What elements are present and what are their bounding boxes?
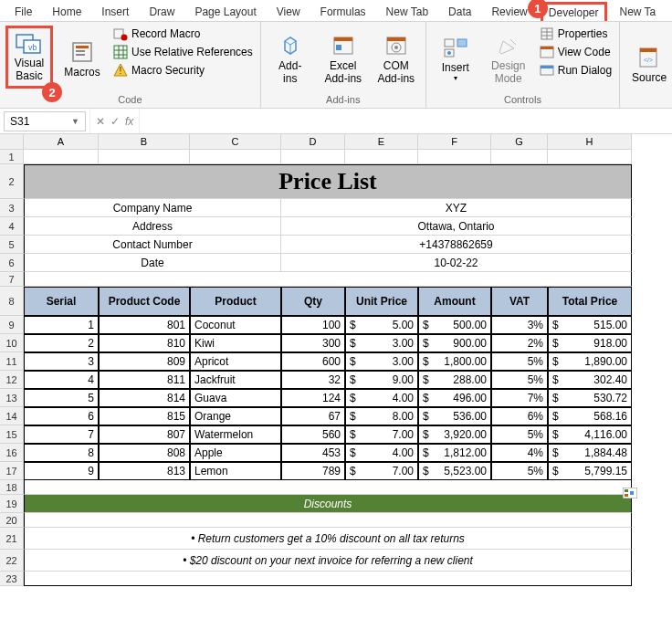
cell-code[interactable]: 801 [99,316,190,334]
row-header-9[interactable]: 9 [0,316,24,334]
cell-amount[interactable]: $496.00 [418,389,491,407]
tab-insert[interactable]: Insert [94,2,136,21]
cell-qty[interactable]: 124 [281,389,345,407]
cell-product[interactable]: Kiwi [190,334,281,352]
info-value[interactable]: XYZ [281,199,632,217]
cell-code[interactable]: 815 [99,407,190,425]
accept-formula-icon[interactable]: ✓ [110,115,120,128]
row-header-21[interactable]: 21 [0,528,24,550]
cell-product[interactable]: Watermelon [190,425,281,444]
tab-page-layout[interactable]: Page Layout [187,2,263,21]
row-header-1[interactable]: 1 [0,150,24,164]
col-header-e[interactable]: E [345,134,418,150]
cell-amount[interactable]: $1,812.00 [418,444,491,462]
cells-area[interactable]: Price ListCompany NameXYZAddressOttawa, … [24,150,632,586]
col-header-c[interactable]: C [190,134,281,150]
tab-new-ta[interactable]: New Ta [613,2,664,21]
cell-serial[interactable]: 6 [24,407,99,425]
fx-icon[interactable]: fx [125,115,133,128]
cell-total[interactable]: $918.00 [548,334,632,352]
cell-vat[interactable]: 2% [491,334,548,352]
macros-button[interactable]: Macros [58,26,106,93]
row-header-7[interactable]: 7 [0,272,24,287]
discount-item[interactable]: • Return customers get a 10% discount on… [24,528,632,550]
cell-amount[interactable]: $1,800.00 [418,352,491,371]
table-header[interactable]: Product Code [99,287,190,316]
smart-tag-icon[interactable] [623,488,637,498]
cell-vat[interactable]: 4% [491,444,548,462]
record-macro-button[interactable]: Record Macro [111,26,255,42]
com-addins-button[interactable]: COM Add-ins [373,26,420,93]
cell-amount[interactable]: $536.00 [418,407,491,425]
col-header-g[interactable]: G [491,134,548,150]
cell-serial[interactable]: 5 [24,389,99,407]
cell-unit[interactable]: $3.00 [345,352,418,371]
table-header[interactable]: Unit Price [345,287,418,316]
cell-unit[interactable]: $7.00 [345,425,418,444]
properties-button[interactable]: Properties [538,26,614,42]
table-header[interactable]: Qty [281,287,345,316]
macro-security-button[interactable]: ! Macro Security [111,62,255,79]
info-label[interactable]: Contact Number [24,236,281,254]
cell[interactable] [24,150,99,164]
cell-product[interactable]: Coconut [190,316,281,334]
cell-code[interactable]: 811 [99,371,190,389]
cell-unit[interactable]: $9.00 [345,371,418,389]
excel-addins-button[interactable]: Excel Add-ins [320,26,367,93]
cell-code[interactable]: 814 [99,389,190,407]
row-header-6[interactable]: 6 [0,254,24,272]
cell-serial[interactable]: 2 [24,334,99,352]
cell-product[interactable]: Apricot [190,352,281,371]
cell-vat[interactable]: 7% [491,389,548,407]
cell-qty[interactable]: 300 [281,334,345,352]
info-value[interactable]: 10-02-22 [281,254,632,272]
visual-basic-button[interactable]: vb Visual Basic [5,26,53,89]
cell-product[interactable]: Guava [190,389,281,407]
cell-qty[interactable]: 560 [281,425,345,444]
cell-total[interactable]: $530.72 [548,389,632,407]
name-box[interactable]: S31▼ [4,111,86,131]
cell[interactable] [99,150,190,164]
cell-total[interactable]: $302.40 [548,371,632,389]
cell-unit[interactable]: $4.00 [345,444,418,462]
col-header-a[interactable]: A [24,134,99,150]
table-header[interactable]: Serial [24,287,99,316]
row-header-17[interactable]: 17 [0,462,24,480]
discounts-title[interactable]: Discounts [24,495,632,513]
cell-product[interactable]: Jackfruit [190,371,281,389]
tab-view[interactable]: View [269,2,308,21]
row-header-14[interactable]: 14 [0,407,24,425]
cell-total[interactable]: $5,799.15 [548,462,632,480]
view-code-button[interactable]: View Code [538,44,614,60]
row-header-23[interactable]: 23 [0,572,24,586]
cell-amount[interactable]: $3,920.00 [418,425,491,444]
row-header-11[interactable]: 11 [0,352,24,371]
row-header-15[interactable]: 15 [0,425,24,444]
tab-developer[interactable]: Developer [541,2,607,22]
info-label[interactable]: Date [24,254,281,272]
discount-item[interactable]: • $20 discount on your next invoice for … [24,550,632,572]
cell-serial[interactable]: 1 [24,316,99,334]
col-header-d[interactable]: D [281,134,345,150]
cell-unit[interactable]: $3.00 [345,334,418,352]
row-header-3[interactable]: 3 [0,199,24,217]
relative-references-button[interactable]: Use Relative References [111,44,255,60]
cell-vat[interactable]: 5% [491,425,548,444]
source-button[interactable]: </> Source [625,26,672,104]
cell-qty[interactable]: 67 [281,407,345,425]
tab-data[interactable]: Data [441,2,478,21]
cell-code[interactable]: 808 [99,444,190,462]
cell-serial[interactable]: 4 [24,371,99,389]
cancel-formula-icon[interactable]: ✕ [96,115,105,128]
info-value[interactable]: +14378862659 [281,236,632,254]
cell-total[interactable]: $568.16 [548,407,632,425]
cell[interactable] [491,150,548,164]
cell-amount[interactable]: $5,523.00 [418,462,491,480]
table-header[interactable]: Amount [418,287,491,316]
select-all-corner[interactable] [0,134,24,150]
row-header-2[interactable]: 2 [0,164,24,199]
title-cell[interactable]: Price List [24,164,632,199]
cell-amount[interactable]: $900.00 [418,334,491,352]
addins-button[interactable]: Add- ins [267,26,314,93]
tab-draw[interactable]: Draw [142,2,182,21]
